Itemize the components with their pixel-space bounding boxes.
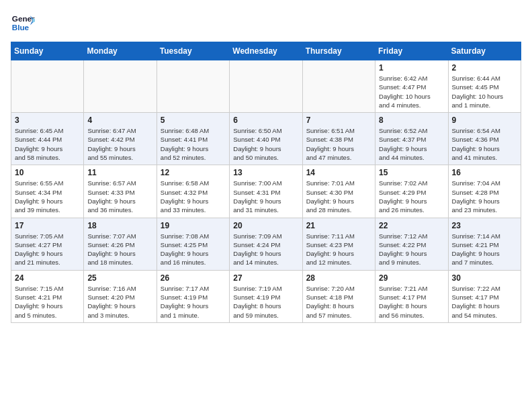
day-number: 12 (161, 168, 226, 177)
day-info: Sunrise: 7:11 AM Sunset: 4:23 PM Dayligh… (306, 232, 371, 267)
weekday-monday: Monday (84, 42, 157, 60)
day-number: 24 (15, 273, 80, 283)
logo-icon: General Blue (11, 11, 35, 35)
calendar-table: SundayMondayTuesdayWednesdayThursdayFrid… (11, 42, 521, 323)
calendar-cell: 25Sunrise: 7:16 AM Sunset: 4:20 PM Dayli… (84, 270, 157, 322)
day-info: Sunrise: 6:48 AM Sunset: 4:41 PM Dayligh… (161, 126, 226, 162)
day-info: Sunrise: 7:19 AM Sunset: 4:19 PM Dayligh… (233, 284, 298, 320)
calendar-cell: 19Sunrise: 7:08 AM Sunset: 4:25 PM Dayli… (157, 218, 229, 270)
calendar-cell: 28Sunrise: 7:20 AM Sunset: 4:18 PM Dayli… (302, 270, 375, 322)
day-number: 16 (452, 168, 517, 177)
weekday-friday: Friday (375, 42, 448, 60)
day-number: 20 (233, 221, 298, 230)
calendar-cell: 7Sunrise: 6:51 AM Sunset: 4:38 PM Daylig… (302, 113, 375, 165)
day-number: 18 (87, 221, 152, 230)
day-info: Sunrise: 7:20 AM Sunset: 4:18 PM Dayligh… (306, 284, 371, 320)
day-info: Sunrise: 7:22 AM Sunset: 4:17 PM Dayligh… (452, 284, 517, 320)
day-number: 29 (379, 273, 444, 283)
day-number: 1 (379, 63, 444, 73)
calendar-cell: 20Sunrise: 7:09 AM Sunset: 4:24 PM Dayli… (230, 218, 302, 270)
day-number: 23 (452, 221, 517, 230)
weekday-tuesday: Tuesday (157, 42, 229, 60)
calendar-cell: 4Sunrise: 6:47 AM Sunset: 4:42 PM Daylig… (84, 113, 157, 165)
calendar-week-3: 10Sunrise: 6:55 AM Sunset: 4:34 PM Dayli… (11, 165, 521, 218)
day-info: Sunrise: 7:09 AM Sunset: 4:24 PM Dayligh… (233, 232, 298, 267)
day-number: 3 (15, 116, 80, 125)
calendar-cell: 30Sunrise: 7:22 AM Sunset: 4:17 PM Dayli… (448, 270, 521, 322)
day-number: 26 (161, 273, 226, 283)
weekday-wednesday: Wednesday (230, 42, 302, 60)
day-number: 5 (161, 116, 226, 125)
day-number: 30 (452, 273, 517, 283)
calendar-cell: 8Sunrise: 6:52 AM Sunset: 4:37 PM Daylig… (375, 113, 448, 165)
calendar-cell: 27Sunrise: 7:19 AM Sunset: 4:19 PM Dayli… (230, 270, 302, 322)
calendar-cell (84, 60, 157, 113)
day-info: Sunrise: 6:51 AM Sunset: 4:38 PM Dayligh… (306, 126, 371, 162)
calendar-cell: 17Sunrise: 7:05 AM Sunset: 4:27 PM Dayli… (11, 218, 84, 270)
calendar-week-4: 17Sunrise: 7:05 AM Sunset: 4:27 PM Dayli… (11, 218, 521, 270)
day-info: Sunrise: 6:54 AM Sunset: 4:36 PM Dayligh… (452, 126, 517, 162)
day-info: Sunrise: 7:14 AM Sunset: 4:21 PM Dayligh… (452, 232, 517, 267)
weekday-sunday: Sunday (11, 42, 84, 60)
calendar-cell: 5Sunrise: 6:48 AM Sunset: 4:41 PM Daylig… (157, 113, 229, 165)
calendar-cell: 23Sunrise: 7:14 AM Sunset: 4:21 PM Dayli… (448, 218, 521, 270)
calendar-cell: 6Sunrise: 6:50 AM Sunset: 4:40 PM Daylig… (230, 113, 302, 165)
calendar-cell (230, 60, 302, 113)
day-number: 14 (306, 168, 371, 177)
calendar-cell (302, 60, 375, 113)
day-info: Sunrise: 7:07 AM Sunset: 4:26 PM Dayligh… (87, 232, 152, 267)
calendar-cell (11, 60, 84, 113)
day-number: 10 (15, 168, 80, 177)
day-info: Sunrise: 6:50 AM Sunset: 4:40 PM Dayligh… (233, 126, 298, 162)
day-number: 22 (379, 221, 444, 230)
day-number: 17 (15, 221, 80, 230)
day-number: 2 (452, 63, 517, 73)
day-info: Sunrise: 7:15 AM Sunset: 4:21 PM Dayligh… (15, 284, 80, 320)
day-info: Sunrise: 7:16 AM Sunset: 4:20 PM Dayligh… (87, 284, 152, 320)
weekday-saturday: Saturday (448, 42, 521, 60)
calendar-week-1: 1Sunrise: 6:42 AM Sunset: 4:47 PM Daylig… (11, 60, 521, 113)
day-number: 19 (161, 221, 226, 230)
calendar-cell: 9Sunrise: 6:54 AM Sunset: 4:36 PM Daylig… (448, 113, 521, 165)
day-info: Sunrise: 7:00 AM Sunset: 4:31 PM Dayligh… (233, 179, 298, 214)
weekday-thursday: Thursday (302, 42, 375, 60)
day-info: Sunrise: 6:47 AM Sunset: 4:42 PM Dayligh… (87, 126, 152, 162)
day-number: 9 (452, 116, 517, 125)
day-info: Sunrise: 7:21 AM Sunset: 4:17 PM Dayligh… (379, 284, 444, 320)
calendar-cell: 26Sunrise: 7:17 AM Sunset: 4:19 PM Dayli… (157, 270, 229, 322)
calendar-body: 1Sunrise: 6:42 AM Sunset: 4:47 PM Daylig… (11, 60, 521, 323)
day-number: 15 (379, 168, 444, 177)
page-header: General Blue (11, 11, 521, 35)
calendar-cell: 21Sunrise: 7:11 AM Sunset: 4:23 PM Dayli… (302, 218, 375, 270)
day-info: Sunrise: 7:12 AM Sunset: 4:22 PM Dayligh… (379, 232, 444, 267)
calendar-cell: 15Sunrise: 7:02 AM Sunset: 4:29 PM Dayli… (375, 165, 448, 218)
calendar-cell: 10Sunrise: 6:55 AM Sunset: 4:34 PM Dayli… (11, 165, 84, 218)
calendar-cell: 29Sunrise: 7:21 AM Sunset: 4:17 PM Dayli… (375, 270, 448, 322)
day-number: 21 (306, 221, 371, 230)
calendar-cell: 24Sunrise: 7:15 AM Sunset: 4:21 PM Dayli… (11, 270, 84, 322)
day-info: Sunrise: 6:52 AM Sunset: 4:37 PM Dayligh… (379, 126, 444, 162)
calendar-cell: 11Sunrise: 6:57 AM Sunset: 4:33 PM Dayli… (84, 165, 157, 218)
day-info: Sunrise: 6:45 AM Sunset: 4:44 PM Dayligh… (15, 126, 80, 162)
day-info: Sunrise: 6:57 AM Sunset: 4:33 PM Dayligh… (87, 179, 152, 214)
day-info: Sunrise: 6:55 AM Sunset: 4:34 PM Dayligh… (15, 179, 80, 214)
day-info: Sunrise: 6:42 AM Sunset: 4:47 PM Dayligh… (379, 74, 444, 109)
calendar-week-2: 3Sunrise: 6:45 AM Sunset: 4:44 PM Daylig… (11, 113, 521, 165)
day-number: 8 (379, 116, 444, 125)
day-info: Sunrise: 6:58 AM Sunset: 4:32 PM Dayligh… (161, 179, 226, 214)
calendar-cell: 13Sunrise: 7:00 AM Sunset: 4:31 PM Dayli… (230, 165, 302, 218)
day-info: Sunrise: 7:05 AM Sunset: 4:27 PM Dayligh… (15, 232, 80, 267)
day-number: 6 (233, 116, 298, 125)
day-number: 28 (306, 273, 371, 283)
logo: General Blue (11, 11, 38, 35)
day-number: 27 (233, 273, 298, 283)
day-number: 11 (87, 168, 152, 177)
day-info: Sunrise: 7:02 AM Sunset: 4:29 PM Dayligh… (379, 179, 444, 214)
day-number: 4 (87, 116, 152, 125)
day-info: Sunrise: 7:04 AM Sunset: 4:28 PM Dayligh… (452, 179, 517, 214)
weekday-header-row: SundayMondayTuesdayWednesdayThursdayFrid… (11, 42, 521, 60)
calendar-cell: 14Sunrise: 7:01 AM Sunset: 4:30 PM Dayli… (302, 165, 375, 218)
day-info: Sunrise: 6:44 AM Sunset: 4:45 PM Dayligh… (452, 74, 517, 109)
svg-text:General: General (12, 14, 35, 23)
day-number: 13 (233, 168, 298, 177)
